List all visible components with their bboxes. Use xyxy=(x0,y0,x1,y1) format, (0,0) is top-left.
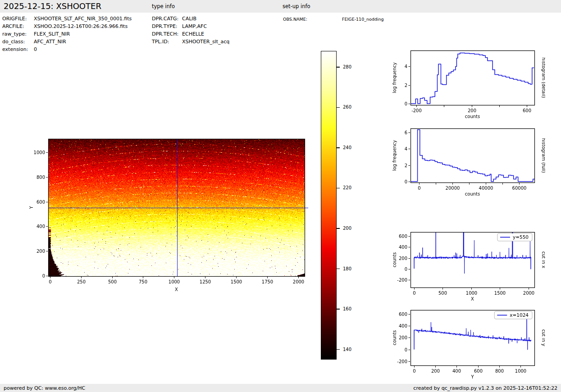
field-label: DPR.TECH: xyxy=(152,30,182,38)
field-label: DPR.TYPE: xyxy=(152,23,182,30)
section-type-info: type info xyxy=(152,0,175,13)
field-value: AFC_ATT_NIR xyxy=(34,39,66,45)
setup-info-block: OBS.NAME:FEIGE-110_nodding xyxy=(283,15,384,23)
colorbar-tick-label: 280 xyxy=(343,64,351,70)
file-info-row: ARCFILE:XSHOO.2025-12-16T00:26:26.966.fi… xyxy=(2,23,132,30)
colorbar-tickmark xyxy=(337,349,340,350)
file-info-row: extension:0 xyxy=(2,46,132,53)
field-value: FEIGE-110_nodding xyxy=(342,17,384,22)
colorbar-tick-label: 220 xyxy=(343,185,351,191)
file-info-row: do_class:AFC_ATT_NIR xyxy=(2,38,132,46)
field-value: 0 xyxy=(34,46,37,52)
field-label: ORIGFILE: xyxy=(2,15,34,23)
qc-report-page: 2025-12-15: XSHOOTER type info set-up in… xyxy=(0,0,561,392)
colorbar-tickmark xyxy=(337,147,340,148)
colorbar-tickmark xyxy=(337,269,340,269)
type-info-row: TPL.ID:XSHOOTER_slt_acq xyxy=(152,38,229,46)
field-label: OBS.NAME: xyxy=(283,15,342,23)
field-value: FLEX_SLIT_NIR xyxy=(34,31,70,37)
footer-left-text: powered by QC: www.eso.org/HC xyxy=(4,385,85,391)
colorbar-tickmark xyxy=(337,67,340,67)
header-bar: 2025-12-15: XSHOOTER type info set-up in… xyxy=(0,0,561,13)
setup-info-row: OBS.NAME:FEIGE-110_nodding xyxy=(283,15,384,23)
type-info-row: DPR.TECH:ECHELLE xyxy=(152,30,229,38)
field-value: XSHOOTER_slt_acq xyxy=(182,39,229,45)
cut-in-x-plot xyxy=(390,226,545,311)
detector-image-axes xyxy=(25,132,318,292)
type-info-block: DPR.CATG:CALIB DPR.TYPE:LAMP,AFC DPR.TEC… xyxy=(152,15,229,46)
colorbar-tick-label: 260 xyxy=(343,104,351,110)
colorbar-tick-label: 240 xyxy=(343,145,351,151)
field-label: DPR.CATG: xyxy=(152,15,182,23)
page-title: 2025-12-15: XSHOOTER xyxy=(4,0,101,13)
histogram-detail-plot xyxy=(390,44,545,130)
field-label: TPL.ID: xyxy=(152,38,182,46)
histogram-full-plot xyxy=(390,122,545,208)
field-label: raw_type: xyxy=(2,30,34,38)
colorbar-tickmark xyxy=(337,188,340,188)
colorbar-gradient xyxy=(321,51,337,360)
field-value: XSHOO.2025-12-16T00:26:26.966.fits xyxy=(34,23,128,29)
colorbar-tick-label: 160 xyxy=(343,306,351,312)
field-label: do_class: xyxy=(2,38,34,46)
colorbar-tickmark xyxy=(337,228,340,228)
file-info-block: ORIGFILE:XSHOOTER_SLT_AFC_NIR_350_0001.f… xyxy=(2,15,132,53)
field-label: extension: xyxy=(2,46,34,53)
type-info-row: DPR.TYPE:LAMP,AFC xyxy=(152,23,229,30)
section-setup-info: set-up info xyxy=(283,0,310,13)
file-info-row: ORIGFILE:XSHOOTER_SLT_AFC_NIR_350_0001.f… xyxy=(2,15,132,23)
field-value: ECHELLE xyxy=(182,31,204,37)
cut-in-y-plot xyxy=(390,304,545,389)
field-value: LAMP,AFC xyxy=(182,23,207,29)
field-value: CALIB xyxy=(182,16,196,22)
colorbar-tick-label: 200 xyxy=(343,225,351,232)
field-value: XSHOOTER_SLT_AFC_NIR_350_0001.fits xyxy=(34,16,132,22)
field-label: ARCFILE: xyxy=(2,23,34,30)
colorbar-tick-label: 180 xyxy=(343,266,351,272)
colorbar-tickmark xyxy=(337,309,340,309)
colorbar-tickmark xyxy=(337,107,340,108)
type-info-row: DPR.CATG:CALIB xyxy=(152,15,229,23)
colorbar-tick-label: 140 xyxy=(343,346,351,353)
file-info-row: raw_type:FLEX_SLIT_NIR xyxy=(2,30,132,38)
colorbar: 280260240220200180160140 xyxy=(321,51,337,360)
